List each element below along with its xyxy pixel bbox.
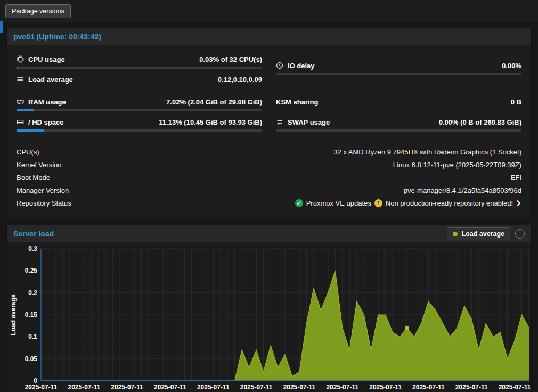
legend-label: Load average xyxy=(461,230,504,238)
warning-circle-icon: ! xyxy=(374,199,382,207)
collapse-chart-button[interactable]: − xyxy=(515,229,525,239)
info-row-kernel: Kernel Version Linux 6.8.12-11-pve (2025… xyxy=(17,158,521,171)
info-value: 32 x AMD Ryzen 9 7945HX with Radeon Grap… xyxy=(333,148,521,156)
stat-value: 0.00% (0 B of 260.83 GiB) xyxy=(439,118,521,126)
stat-io-delay: IO delay 0.00% xyxy=(276,59,521,72)
hd-space-progressbar xyxy=(17,129,262,132)
stat-value: 0.00% xyxy=(502,62,521,70)
stat-value: 0.03% of 32 CPU(s) xyxy=(199,55,262,63)
stat-label: IO delay xyxy=(288,62,315,70)
legend-dot-icon xyxy=(453,232,458,236)
swap-icon xyxy=(276,118,283,126)
svg-text:0.1: 0.1 xyxy=(28,333,37,340)
system-info: CPU(s) 32 x AMD Ryzen 9 7945HX with Rade… xyxy=(7,138,531,219)
stat-load-average: Load average 0.12,0.10,0.09 xyxy=(17,73,262,86)
stat-label: Load average xyxy=(28,76,73,84)
svg-text:2025-07-11: 2025-07-11 xyxy=(25,383,58,391)
info-value: EFI xyxy=(511,174,521,182)
info-row-cpus: CPU(s) 32 x AMD Ryzen 9 7945HX with Rade… xyxy=(17,145,521,158)
svg-text:2025-07-11: 2025-07-11 xyxy=(283,383,316,391)
info-label: Repository Status xyxy=(17,199,71,207)
scrollbar-thumb[interactable] xyxy=(0,21,3,33)
chevron-right-icon[interactable] xyxy=(516,200,521,207)
load-average-legend-button[interactable]: Load average xyxy=(447,227,510,240)
harddisk-icon xyxy=(17,118,24,126)
server-load-chart[interactable]: 00.050.10.150.20.250.32025-07-1107:37:00… xyxy=(7,244,532,392)
node-panel-header: pve01 (Uptime: 00:43:42) xyxy=(7,28,531,45)
server-load-chart-body: 00.050.10.150.20.250.32025-07-1107:37:00… xyxy=(7,242,531,392)
check-circle-icon: ✓ xyxy=(295,199,303,207)
server-load-panel: Server load Load average − 00.050.10.150… xyxy=(6,225,532,392)
svg-text:0.05: 0.05 xyxy=(25,355,38,363)
server-load-title: Server load xyxy=(13,230,54,238)
svg-text:Load average: Load average xyxy=(10,294,17,336)
stat-value: 0.12,0.10,0.09 xyxy=(218,76,262,84)
cpu-icon xyxy=(17,55,24,63)
svg-text:0.15: 0.15 xyxy=(25,311,38,318)
stat-ram-usage: RAM usage 7.02% (2.04 GiB of 29.08 GiB) xyxy=(17,95,262,108)
svg-text:2025-07-11: 2025-07-11 xyxy=(154,383,186,391)
svg-text:2025-07-11: 2025-07-11 xyxy=(240,383,273,391)
ram-usage-progressbar xyxy=(17,109,262,111)
info-label: CPU(s) xyxy=(17,148,39,156)
cpu-usage-progressbar xyxy=(17,67,262,69)
stat-swap-usage: SWAP usage 0.00% (0 B of 260.83 GiB) xyxy=(276,116,521,128)
stat-value: 11.13% (10.45 GiB of 93.93 GiB) xyxy=(159,118,262,126)
node-summary-panel: pve01 (Uptime: 00:43:42) CPU usage 0.03%… xyxy=(6,28,532,219)
io-delay-progressbar xyxy=(276,73,521,75)
server-load-header: Server load Load average − xyxy=(7,225,531,242)
gauge-icon xyxy=(276,62,283,69)
info-label: Kernel Version xyxy=(17,161,62,169)
repository-ok-text: Proxmox VE updates xyxy=(306,199,371,207)
stat-label: CPU usage xyxy=(28,55,65,63)
svg-text:2025-07-11: 2025-07-11 xyxy=(326,383,358,391)
info-value: Linux 6.8.12-11-pve (2025-05-22T09:39Z) xyxy=(393,161,521,169)
svg-text:2025-07-11: 2025-07-11 xyxy=(68,383,100,391)
info-row-repository-status: Repository Status ✓ Proxmox VE updates !… xyxy=(17,197,521,209)
ram-icon xyxy=(17,98,24,105)
svg-text:2025-07-11: 2025-07-11 xyxy=(455,383,488,391)
stat-label: RAM usage xyxy=(28,98,66,106)
svg-text:0.2: 0.2 xyxy=(28,289,37,297)
info-row-manager-version: Manager Version pve-manager/8.4.1/2a5fa5… xyxy=(17,184,521,197)
stat-label: KSM sharing xyxy=(276,98,318,106)
stat-hd-space: / HD space 11.13% (10.45 GiB of 93.93 Gi… xyxy=(17,116,262,128)
swap-usage-progressbar xyxy=(276,129,521,132)
stat-value: 0 B xyxy=(511,98,521,106)
stats-right-column: IO delay 0.00% KSM sharing 0 B xyxy=(276,53,521,136)
svg-text:2025-07-11: 2025-07-11 xyxy=(412,383,445,391)
package-versions-button[interactable]: Package versions xyxy=(5,4,71,18)
stat-value: 7.02% (2.04 GiB of 29.08 GiB) xyxy=(166,98,262,106)
top-toolbar: Package versions xyxy=(0,0,538,22)
usage-stats: CPU usage 0.03% of 32 CPU(s) Load averag… xyxy=(7,45,531,138)
info-label: Boot Mode xyxy=(17,174,50,182)
svg-text:0.25: 0.25 xyxy=(25,267,38,274)
stat-label: SWAP usage xyxy=(288,118,330,126)
svg-text:2025-07-11: 2025-07-11 xyxy=(369,383,402,391)
svg-text:2025-07-11: 2025-07-11 xyxy=(499,383,531,391)
info-row-boot-mode: Boot Mode EFI xyxy=(17,171,521,184)
node-title: pve01 (Uptime: 00:43:42) xyxy=(13,32,101,41)
info-label: Manager Version xyxy=(17,186,69,194)
stats-left-column: CPU usage 0.03% of 32 CPU(s) Load averag… xyxy=(17,53,262,136)
svg-text:0.3: 0.3 xyxy=(28,245,37,252)
stat-label: / HD space xyxy=(28,118,63,126)
stat-ksm-sharing: KSM sharing 0 B xyxy=(276,95,521,108)
svg-text:2025-07-11: 2025-07-11 xyxy=(197,383,230,391)
repository-status-value: ✓ Proxmox VE updates ! Non production-re… xyxy=(295,199,521,207)
list-icon xyxy=(17,76,24,83)
info-value: pve-manager/8.4.1/2a5fa54a8503f96d xyxy=(404,186,521,194)
stat-cpu-usage: CPU usage 0.03% of 32 CPU(s) xyxy=(17,53,262,66)
repository-warn-text: Non production-ready repository enabled! xyxy=(386,199,513,207)
svg-text:2025-07-11: 2025-07-11 xyxy=(111,383,143,391)
